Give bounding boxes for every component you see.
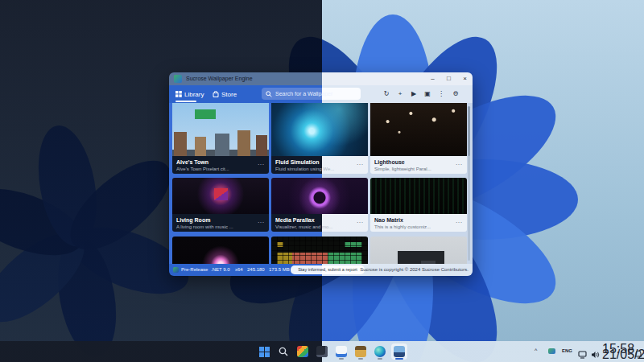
tile-menu-button[interactable]: ... — [456, 160, 463, 166]
widgets-button[interactable] — [295, 343, 311, 360]
version-label: 245.180 — [247, 267, 265, 272]
taskbar-search-button[interactable] — [275, 343, 291, 360]
tile-subtitle: Alve's Town Pixelart cit... — [176, 166, 265, 172]
app-window: Sucrose Wallpaper Engine – □ × Library S… — [169, 72, 473, 276]
jellyfish-lamp-thumbnail — [172, 237, 269, 264]
memory-label: 173.5 MB — [269, 267, 290, 272]
tile-caption: Nao Matrix This is a highly customiz... … — [370, 214, 467, 232]
tile-title: Nao Matrix — [374, 216, 463, 224]
add-icon[interactable]: + — [394, 88, 406, 100]
wallpaper-tile-media-parallax[interactable]: Media Parallax Visualizer, music and mo.… — [271, 178, 368, 232]
tab-library[interactable]: Library — [175, 88, 204, 101]
copyright-label: Sucrose is copyright © 2024 Sucrose Cont… — [360, 267, 469, 272]
briefcase-icon — [355, 346, 366, 357]
titlebar[interactable]: Sucrose Wallpaper Engine – □ × — [169, 72, 473, 85]
living-room-thumbnail — [172, 178, 269, 214]
wallpaper-tile-alves-town[interactable]: Alve's Town Alve's Town Pixelart cit... … — [172, 103, 269, 174]
play-icon[interactable]: ▶ — [408, 88, 419, 100]
tile-subtitle: Fluid simulation using We... — [275, 166, 364, 172]
clock[interactable]: 15:58 21/05/2024 — [602, 346, 633, 357]
display-icon[interactable]: ▣ — [422, 88, 433, 100]
arch-label: x64 — [235, 267, 243, 272]
wallpaper-tile-living-room[interactable]: Living Room A living room with music ...… — [172, 178, 269, 232]
task-view-button[interactable] — [314, 343, 330, 360]
branch-label: Pre-Release — [181, 267, 208, 272]
close-button[interactable]: × — [457, 72, 473, 84]
edge-browser-button[interactable] — [372, 343, 388, 360]
wallpaper-tile-lighthouse[interactable]: Lighthouse Simple, lightweight Paral... … — [370, 103, 467, 174]
task-manager-button[interactable] — [333, 343, 349, 360]
app-logo-icon — [174, 75, 182, 83]
network-button[interactable] — [578, 348, 587, 362]
tray-app-icon[interactable] — [548, 348, 555, 354]
framework-label: .NET 9.0 — [211, 267, 230, 272]
maximize-button[interactable]: □ — [441, 72, 456, 84]
wallpaper-tile-partial-3[interactable] — [370, 237, 467, 264]
tile-caption: Media Parallax Visualizer, music and mo.… — [271, 214, 368, 232]
refresh-icon[interactable]: ↻ — [381, 88, 392, 100]
edge-icon — [374, 346, 386, 357]
date-label: 21/05/2024 — [602, 352, 633, 357]
wallpaper-tile-nao-matrix[interactable]: Nao Matrix This is a highly customiz... … — [370, 178, 467, 232]
statusbar-app-icon — [173, 267, 179, 273]
store-icon — [213, 91, 219, 97]
scrollbar-thumb[interactable] — [468, 106, 470, 156]
tile-title: Lighthouse — [374, 158, 463, 166]
search-icon — [279, 347, 288, 356]
periodic-table-thumbnail — [271, 237, 368, 264]
tile-subtitle: Simple, lightweight Paral... — [374, 166, 463, 172]
tile-menu-button[interactable]: ... — [258, 218, 265, 224]
speaker-icon — [591, 351, 600, 359]
tile-title: Alve's Town — [176, 158, 265, 166]
language-indicator[interactable]: ENG — [562, 348, 572, 353]
tab-store[interactable]: Store — [213, 88, 237, 101]
task-view-icon — [316, 346, 328, 357]
task-manager-icon — [336, 346, 347, 357]
running-indicator — [339, 358, 344, 360]
bell-icon — [634, 350, 642, 359]
tray-chevron-button[interactable]: ^ — [535, 348, 544, 362]
search-box[interactable] — [262, 88, 361, 100]
start-button[interactable] — [256, 343, 272, 360]
windows-logo-icon — [259, 347, 270, 357]
active-running-indicator — [395, 358, 403, 360]
tile-menu-button[interactable]: ... — [357, 160, 364, 166]
tile-title: Fluid Simulation — [275, 158, 364, 166]
tab-library-label: Library — [184, 91, 204, 98]
tab-store-label: Store — [221, 91, 237, 98]
tile-menu-button[interactable]: ... — [258, 160, 265, 166]
active-tab-indicator — [175, 101, 196, 102]
minimize-button[interactable]: – — [425, 72, 440, 84]
taskbar: ^ ENG 15:58 21/05/2024 — [0, 341, 644, 362]
sucrose-app-button[interactable] — [391, 343, 407, 360]
briefcase-app-button[interactable] — [353, 343, 369, 360]
running-indicator — [378, 358, 382, 360]
tile-subtitle: This is a highly customiz... — [374, 224, 463, 230]
wallpaper-tile-partial-1[interactable] — [172, 237, 269, 264]
more-icon[interactable]: ⋮ — [436, 88, 447, 100]
notice-pill[interactable]: Stay informed, submit a report — [291, 265, 365, 274]
tile-caption: Fluid Simulation Fluid simulation using … — [271, 156, 368, 174]
statusbar: Pre-Release .NET 9.0 x64 245.180 173.5 M… — [169, 264, 473, 276]
wallpaper-app-icon — [394, 346, 405, 357]
media-parallax-thumbnail — [271, 178, 368, 214]
fluid-simulation-thumbnail — [271, 103, 368, 156]
alves-town-thumbnail — [172, 103, 269, 156]
grid-scrollbar[interactable] — [468, 106, 470, 261]
toolbar: Library Store ↻ + ▶ ▣ ⋮ ⚙ — [169, 85, 473, 103]
search-input[interactable] — [275, 91, 356, 97]
tile-caption: Lighthouse Simple, lightweight Paral... … — [370, 156, 467, 174]
widgets-icon — [297, 346, 308, 357]
wallpaper-tile-partial-2[interactable] — [271, 237, 368, 264]
tile-menu-button[interactable]: ... — [357, 218, 364, 224]
wallpaper-tile-fluid-simulation[interactable]: Fluid Simulation Fluid simulation using … — [271, 103, 368, 174]
volume-button[interactable] — [591, 348, 600, 362]
desktop: Sucrose Wallpaper Engine – □ × Library S… — [0, 0, 644, 362]
tile-subtitle: A living room with music ... — [176, 224, 265, 230]
settings-icon[interactable]: ⚙ — [450, 88, 461, 100]
search-icon — [266, 91, 272, 97]
window-title: Sucrose Wallpaper Engine — [186, 76, 253, 81]
motherboard-thumbnail — [370, 237, 467, 264]
tile-menu-button[interactable]: ... — [456, 218, 463, 224]
notification-button[interactable] — [634, 348, 642, 362]
